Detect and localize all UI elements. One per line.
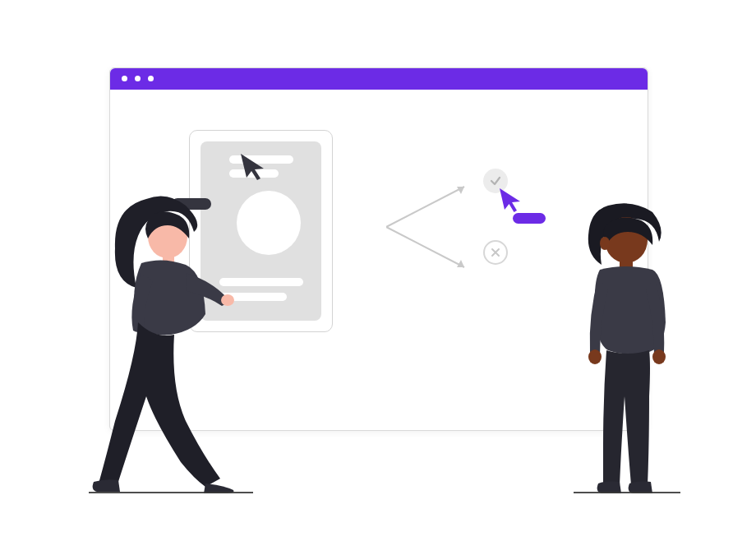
- svg-point-10: [588, 349, 602, 364]
- svg-line-2: [386, 227, 464, 267]
- window-dot-icon: [122, 76, 127, 81]
- svg-line-0: [386, 187, 464, 227]
- cursor-dark-icon: [239, 152, 270, 183]
- svg-point-8: [600, 237, 610, 250]
- window-dot-icon: [135, 76, 141, 81]
- illustration-stage: [0, 0, 756, 546]
- svg-point-11: [652, 349, 666, 364]
- shadow-line-icon: [89, 492, 253, 493]
- x-badge-icon: [483, 240, 508, 265]
- shadow-line-icon: [574, 492, 680, 493]
- person-left-icon: [89, 191, 270, 495]
- window-dot-icon: [148, 76, 154, 81]
- person-right-icon: [567, 199, 698, 495]
- svg-point-6: [221, 294, 234, 306]
- cursor-purple-icon: [498, 187, 526, 215]
- annotation-pill-purple-icon: [513, 213, 546, 224]
- browser-titlebar: [110, 68, 648, 90]
- branch-arrows-icon: [386, 182, 485, 272]
- window-controls: [110, 68, 648, 81]
